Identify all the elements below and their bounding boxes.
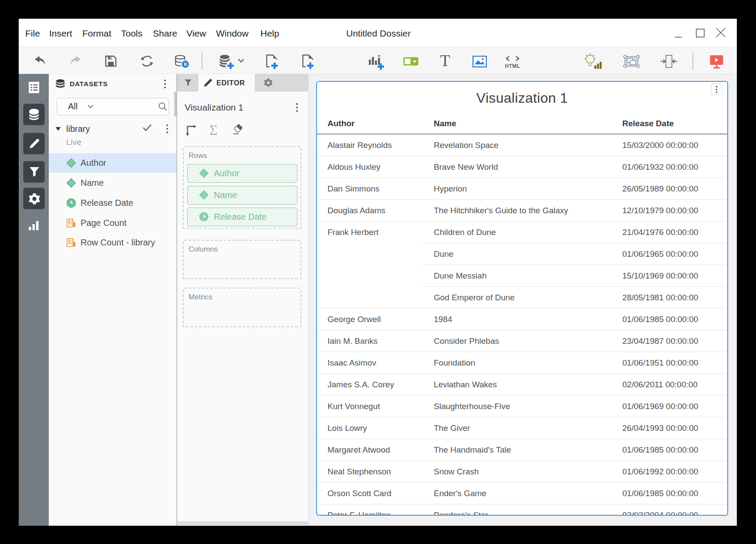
- svg-text:HTML: HTML: [505, 63, 520, 69]
